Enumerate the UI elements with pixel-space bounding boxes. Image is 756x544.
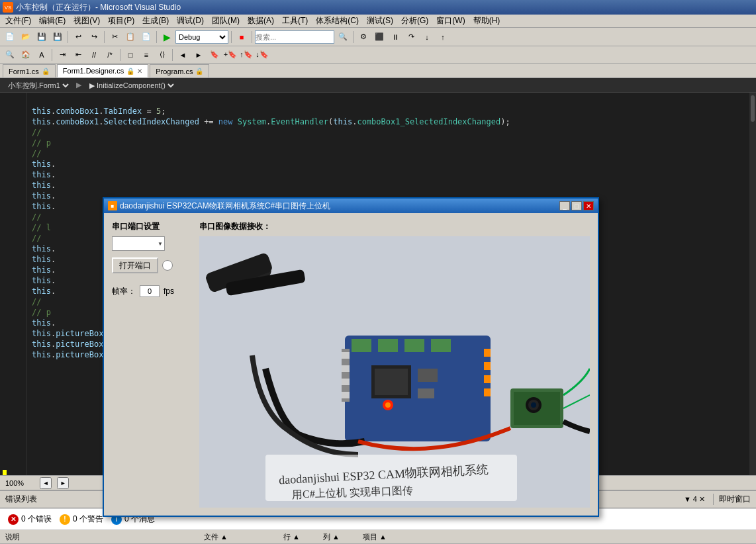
fps-input[interactable]	[140, 285, 160, 297]
port-select[interactable]: ▼	[112, 236, 165, 251]
t2-addbk-btn[interactable]: +🔖	[223, 48, 238, 62]
menu-arch[interactable]: 体系结构(C)	[312, 14, 363, 28]
menu-build[interactable]: 生成(B)	[138, 14, 173, 28]
dialog-title-text: daodanjishui ESP32CAM物联网相机系统C#串口图传上位机	[120, 201, 330, 212]
svg-rect-8	[342, 379, 350, 385]
svg-rect-15	[375, 369, 408, 395]
t2-back-btn[interactable]: ◄	[175, 48, 190, 62]
attach-btn[interactable]: ⚙	[356, 30, 371, 44]
svg-rect-6	[342, 352, 350, 359]
col-line: 行 ▲	[283, 532, 323, 542]
svg-point-17	[385, 402, 391, 408]
panel-pin[interactable]: ▼ 4 ✕	[684, 495, 705, 504]
zoom-prev-btn[interactable]: ◄	[40, 477, 52, 489]
t2-bk-prev-btn[interactable]: ↑🔖	[239, 48, 254, 62]
tab-program[interactable]: Program.cs 🔒	[150, 64, 209, 77]
search-btn[interactable]: 🔍	[336, 30, 350, 44]
breakpts-btn[interactable]: ⬛	[372, 30, 387, 44]
scroll-indicator[interactable]	[749, 93, 756, 475]
tab-program-lock: 🔒	[195, 68, 203, 75]
open-port-btn[interactable]: 打开端口	[112, 257, 158, 273]
serial-section-label: 串口端口设置	[112, 221, 189, 232]
pause-btn[interactable]: ⏸	[388, 30, 402, 44]
step-into-btn[interactable]: ↓	[420, 30, 434, 44]
save-all-btn[interactable]: 💾	[50, 30, 65, 44]
title-bar: VS 小车控制（正在运行）- Microsoft Visual Studio	[0, 0, 756, 15]
debug-config-select[interactable]: Debug	[175, 30, 228, 44]
step-over-btn[interactable]: ↷	[404, 30, 418, 44]
sep9	[172, 49, 173, 61]
zoom-next-btn[interactable]: ►	[57, 477, 69, 489]
t2-btn2[interactable]: 🏠	[19, 48, 33, 62]
t2-uncomment-btn[interactable]: /*	[103, 48, 117, 62]
menu-data[interactable]: 数据(A)	[244, 14, 278, 28]
dialog-title-bar[interactable]: ■ daodanjishui ESP32CAM物联网相机系统C#串口图传上位机 …	[104, 199, 598, 213]
breadcrumb-left[interactable]: 小车控制.Form1	[5, 79, 71, 92]
t2-btn3[interactable]: A	[34, 48, 49, 62]
svg-rect-18	[418, 369, 438, 382]
col-col: 列 ▲	[323, 532, 363, 542]
t2-fwd-btn[interactable]: ►	[191, 48, 206, 62]
t2-btn1[interactable]: 🔍	[3, 48, 17, 62]
tab-close-btn[interactable]: ✕	[137, 68, 142, 75]
menu-file[interactable]: 文件(F)	[1, 14, 35, 28]
scroll-thumb[interactable]	[751, 95, 755, 122]
breadcrumb-right[interactable]: ▶ InitializeComponent()	[87, 79, 176, 92]
col-project: 项目 ▲	[363, 532, 429, 542]
open-btn[interactable]: 📂	[19, 30, 33, 44]
t2-indent-btn[interactable]: ⇥	[55, 48, 70, 62]
dialog-icon: ■	[108, 201, 117, 210]
svg-rect-20	[484, 349, 491, 357]
menu-project[interactable]: 项目(P)	[104, 14, 138, 28]
breadcrumb-bar: 小车控制.Form1 ▶ ▶ InitializeComponent()	[0, 78, 756, 93]
svg-rect-23	[484, 388, 491, 396]
tab-program-label: Program.cs	[156, 68, 193, 75]
menu-debug[interactable]: 调试(D)	[173, 14, 208, 28]
menu-edit[interactable]: 编辑(E)	[35, 14, 70, 28]
port-status-indicator	[162, 260, 173, 271]
tab-strip: Form1.cs 🔒 Form1.Designer.cs 🔒 ✕ Program…	[0, 64, 756, 78]
menu-team[interactable]: 团队(M)	[208, 14, 244, 28]
dialog-minimize-btn[interactable]: _	[559, 201, 570, 210]
error-panel-title: 错误列表	[5, 494, 37, 505]
paste-btn[interactable]: 📄	[139, 30, 154, 44]
start-debug-btn[interactable]: ▶	[160, 30, 174, 44]
fps-unit: fps	[164, 287, 174, 296]
t2-view-btn[interactable]: ≡	[139, 48, 154, 62]
search-input[interactable]	[255, 30, 334, 44]
save-btn[interactable]: 💾	[34, 30, 49, 44]
tab-form1[interactable]: Form1.cs 🔒	[3, 64, 56, 77]
menu-view[interactable]: 视图(V)	[70, 14, 104, 28]
tab-form1-designer[interactable]: Form1.Designer.cs 🔒 ✕	[57, 64, 148, 77]
error-count-text: 0 个错误	[21, 514, 52, 525]
dialog-close-btn[interactable]: ✕	[583, 201, 594, 210]
redo-btn[interactable]: ↪	[87, 30, 101, 44]
t2-bookmark-btn[interactable]: 🔖	[207, 48, 222, 62]
instant-window-label[interactable]: 即时窗口	[713, 494, 751, 505]
sep4	[231, 31, 232, 43]
fps-row: 帧率： fps	[112, 285, 189, 297]
new-btn[interactable]: 📄	[3, 30, 17, 44]
dialog-maximize-btn[interactable]: □	[571, 201, 582, 210]
menu-analyze[interactable]: 分析(G)	[397, 14, 432, 28]
menu-test[interactable]: 测试(S)	[363, 14, 397, 28]
svg-point-28	[531, 402, 536, 408]
menu-window[interactable]: 窗口(W)	[432, 14, 469, 28]
menu-tools[interactable]: 工具(T)	[278, 14, 312, 28]
menu-help[interactable]: 帮助(H)	[469, 14, 504, 28]
svg-rect-13	[431, 339, 451, 352]
t2-outdent-btn[interactable]: ⇤	[71, 48, 85, 62]
undo-btn[interactable]: ↩	[71, 30, 85, 44]
step-out-btn[interactable]: ↑	[436, 30, 450, 44]
esp32cam-dialog: ■ daodanjishui ESP32CAM物联网相机系统C#串口图传上位机 …	[103, 197, 599, 517]
error-column-headers: 说明 文件 ▲ 行 ▲ 列 ▲ 项目 ▲	[0, 529, 756, 544]
t2-comment-btn[interactable]: //	[87, 48, 101, 62]
cut-btn[interactable]: ✂	[107, 30, 122, 44]
t2-bk-next-btn[interactable]: ↓🔖	[255, 48, 269, 62]
t2-nav-btn[interactable]: ⟨⟩	[155, 48, 169, 62]
copy-btn[interactable]: 📋	[123, 30, 138, 44]
sep8	[120, 49, 120, 61]
t2-box-btn[interactable]: □	[123, 48, 138, 62]
stop-btn[interactable]: ■	[234, 30, 249, 44]
svg-rect-12	[404, 339, 424, 352]
